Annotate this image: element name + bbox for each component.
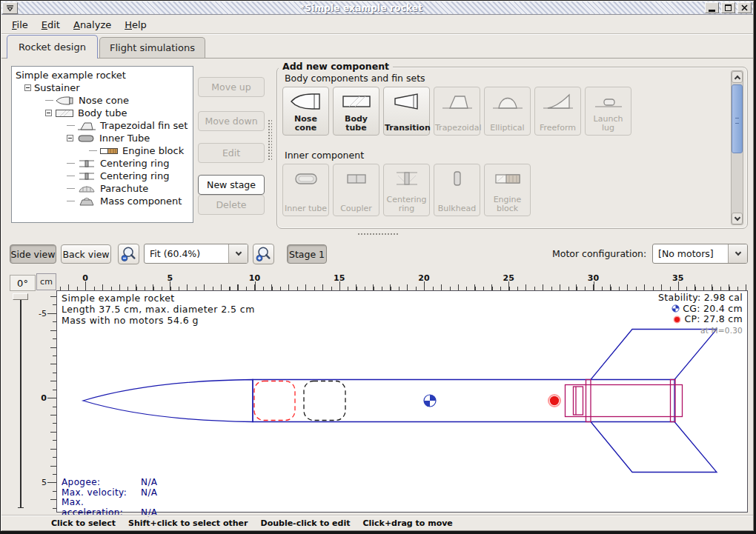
tab[interactable]: Flight simulations: [99, 37, 205, 59]
fin-bottom[interactable]: [591, 422, 717, 473]
close-button[interactable]: [737, 2, 752, 13]
engine-block-outline[interactable]: [574, 387, 583, 415]
zoom-level-dropdown-button[interactable]: [228, 244, 248, 263]
inner-component-label: Inner component: [285, 150, 364, 161]
minimize-button[interactable]: [705, 2, 719, 13]
tree-expander-icon[interactable]: [24, 84, 31, 91]
component-button-label: Bulkhead: [435, 204, 479, 213]
tree-row[interactable]: Mass component: [12, 195, 193, 207]
scroll-up-button[interactable]: [732, 71, 743, 83]
tree-row-label: Trapezoidal fin set: [100, 120, 188, 131]
component-button[interactable]: Inner tube: [282, 164, 329, 216]
nose-cone-outline[interactable]: [83, 380, 253, 422]
tree-connector: [67, 176, 75, 176]
tree-row-label: Mass component: [100, 196, 182, 207]
tree-expander-icon[interactable]: [45, 110, 52, 116]
ruler-tick-label: 0: [82, 273, 88, 283]
body-components-label: Body components and fin sets: [285, 73, 425, 84]
titlebar[interactable]: *Simple example rocket: [1, 1, 753, 15]
component-button-label: Centering ring: [385, 196, 428, 213]
menu-item[interactable]: Help: [118, 17, 153, 33]
component-button[interactable]: Body tube: [333, 87, 379, 136]
maximize-button[interactable]: [721, 2, 735, 13]
stage-toggle-button[interactable]: Stage 1: [287, 244, 327, 264]
zoom-level-select[interactable]: Fit (60.4%): [144, 244, 248, 264]
action-button[interactable]: Edit: [198, 143, 265, 163]
tree-row[interactable]: Trapezoidal fin set: [12, 119, 193, 132]
component-button[interactable]: Elliptical: [484, 87, 531, 136]
action-button[interactable]: Move up: [198, 77, 265, 97]
component-button[interactable]: Freeform: [534, 87, 581, 136]
cg-marker: [424, 395, 436, 407]
tree-row[interactable]: Parachute: [12, 182, 193, 195]
motor-configuration-dropdown-button[interactable]: [728, 244, 747, 263]
tab[interactable]: Rocket design: [7, 35, 98, 59]
tree-row[interactable]: Centering ring: [12, 170, 193, 182]
tree-row[interactable]: Centering ring: [12, 157, 193, 170]
component-button-icon: [391, 91, 423, 112]
component-icon: [77, 158, 96, 169]
tree-row-label: Engine block: [122, 145, 184, 156]
component-button[interactable]: Coupler: [333, 164, 379, 216]
tree-row[interactable]: Engine block: [12, 144, 193, 157]
component-button-icon: [441, 168, 474, 189]
fin-top[interactable]: [591, 330, 717, 380]
scrollbar-thumb[interactable]: [732, 84, 743, 153]
ruler-tick-label: 20: [418, 273, 429, 283]
centering-ring-front[interactable]: [586, 380, 591, 422]
zoom-in-button[interactable]: [253, 244, 274, 264]
action-button[interactable]: Delete: [198, 195, 265, 215]
rocket-design-canvas[interactable]: Simple example rocketLength 37.5 cm, max…: [56, 290, 748, 513]
tree-row[interactable]: Inner Tube: [12, 132, 193, 144]
tree-row[interactable]: Simple example rocket: [12, 69, 193, 81]
motor-configuration-value: [No motors]: [653, 244, 728, 263]
tree-row[interactable]: Nose cone: [12, 94, 193, 107]
component-panel-scrollbar[interactable]: [731, 70, 743, 225]
component-tree[interactable]: Simple example rocket Sustainer Nose con…: [11, 66, 193, 223]
component-button-label: Elliptical: [485, 124, 529, 133]
cg-icon: [672, 304, 680, 313]
component-button-label: Coupler: [334, 204, 378, 213]
component-button[interactable]: Trapezoidal: [434, 87, 480, 136]
side-view-button[interactable]: Side view: [10, 244, 56, 264]
action-button[interactable]: New stage: [198, 175, 265, 195]
menu-item[interactable]: File: [5, 17, 35, 33]
ruler-tick-label: -5: [39, 308, 47, 318]
cp-icon: [673, 316, 681, 324]
component-icon: [56, 96, 75, 106]
body-tube-outline[interactable]: [253, 380, 674, 422]
rotation-slider-handle[interactable]: [13, 293, 28, 300]
window-menu-button[interactable]: [2, 2, 18, 14]
component-button[interactable]: Transition: [383, 87, 430, 136]
motor-configuration-select[interactable]: [No motors]: [652, 244, 748, 264]
component-button[interactable]: Bulkhead: [434, 164, 480, 216]
menu-item[interactable]: Edit: [35, 17, 67, 33]
back-view-button[interactable]: Back view: [61, 244, 111, 264]
tree-row-label: Inner Tube: [99, 133, 150, 144]
tree-row-label: Centering ring: [100, 170, 169, 181]
menu-item[interactable]: Analyze: [67, 17, 118, 33]
horizontal-splitter[interactable]: [1, 231, 753, 237]
parachute-outline[interactable]: [254, 381, 295, 421]
zoom-out-button[interactable]: [118, 244, 139, 264]
tree-row[interactable]: Sustainer: [12, 81, 193, 94]
rotation-value: 0°: [10, 275, 36, 291]
mass-component-outline[interactable]: [304, 381, 345, 421]
vertical-splitter[interactable]: [267, 66, 273, 223]
rotation-slider[interactable]: [20, 296, 21, 508]
action-button[interactable]: Move down: [198, 111, 265, 131]
component-button[interactable]: Nose cone: [282, 87, 329, 136]
app-window: *Simple example rocket FileEditAnalyzeHe…: [0, 0, 756, 534]
component-button-icon: [542, 91, 574, 112]
mach-label: at M=0.30: [658, 325, 743, 336]
component-button[interactable]: Engine block: [484, 164, 531, 216]
component-icon: [77, 121, 96, 131]
component-icon: [77, 171, 96, 181]
tree-expander-icon[interactable]: [67, 135, 73, 141]
ruler-tick-label: 0: [41, 393, 47, 403]
scroll-down-button[interactable]: [732, 213, 743, 224]
tree-row[interactable]: Body tube: [12, 107, 193, 119]
component-button[interactable]: Centering ring: [383, 164, 430, 216]
component-button[interactable]: Launch lug: [585, 87, 631, 136]
chevron-down-icon: [735, 250, 740, 256]
